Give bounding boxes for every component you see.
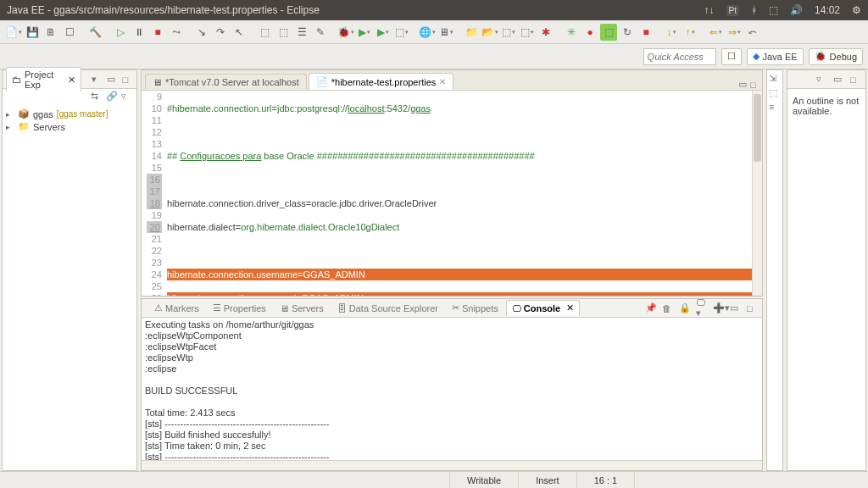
toggle-mark-occurrences-icon[interactable]: ✎ (312, 24, 329, 41)
maximize-icon[interactable]: □ (123, 75, 133, 85)
settings-gear-icon[interactable]: ⚙ (852, 4, 861, 16)
restore-icon[interactable]: ⇲ (769, 73, 781, 84)
new-server-button[interactable]: 🖥 (437, 24, 454, 41)
perspective-javaee[interactable]: ◆Java EE (747, 48, 804, 65)
taskrepo-icon[interactable]: ⬚ (769, 87, 781, 98)
close-icon[interactable]: ✕ (68, 75, 75, 86)
view-menu-icon[interactable]: ▿ (816, 74, 828, 85)
pin-icon[interactable]: ● (581, 24, 598, 41)
keyboard-layout[interactable]: Pt (726, 5, 739, 16)
save-button[interactable]: 💾 (24, 24, 41, 41)
quick-access-input[interactable] (643, 48, 716, 65)
console-pin-icon[interactable]: 📌 (645, 302, 657, 313)
tasklist-icon[interactable]: ≡ (769, 102, 781, 112)
tab-snippets[interactable]: ✂Snippets (446, 300, 504, 316)
project-tree[interactable]: ▸ 📦 ggas [ggas master] ▸ 📁 Servers (3, 104, 136, 136)
network-activity-icon[interactable]: ↑↓ (704, 4, 715, 16)
open-type-button[interactable]: 📁 (463, 24, 480, 41)
project-icon: 📦 (18, 108, 30, 119)
line-gutter: 9101112131415 1617181920 212223242526272… (142, 91, 165, 296)
console-clear-icon[interactable]: 🗑 (662, 303, 674, 313)
maximize-icon[interactable]: □ (850, 75, 862, 85)
code-area[interactable]: #hibernate.connection.url=jdbc:postgresq… (167, 91, 750, 296)
tree-node-ggas[interactable]: ▸ 📦 ggas [ggas master] (6, 108, 133, 120)
back-button[interactable]: ⇐ (707, 24, 724, 41)
console-new-icon[interactable]: ➕▾ (713, 302, 725, 313)
minimize-icon[interactable]: ▭ (738, 79, 750, 90)
tab-label: *Tomcat v7.0 Server at localhost (165, 77, 299, 87)
minimize-icon[interactable]: ▭ (730, 302, 742, 313)
tab-servers[interactable]: 🖥Servers (274, 301, 330, 316)
dashboard-icon[interactable]: ⬚ (600, 24, 617, 41)
relaunch-icon[interactable]: ↻ (619, 24, 636, 41)
console-open-icon[interactable]: 🖵▾ (696, 297, 708, 319)
bluetooth-icon[interactable]: ᚼ (751, 4, 757, 16)
editor-tab-tomcat[interactable]: 🖥 *Tomcat v7.0 Server at localhost (145, 74, 307, 90)
console-scroll-lock-icon[interactable]: 🔒 (679, 302, 691, 313)
disconnect-icon[interactable]: ⤳ (168, 24, 185, 41)
step-over-icon[interactable]: ↷ (212, 24, 229, 41)
prev-annotation-button[interactable]: ↑ (682, 24, 698, 41)
search-button[interactable]: ✱ (537, 24, 554, 41)
outline-pane: ▿ ▭ □ An outline is not available. (787, 69, 866, 471)
close-icon[interactable]: ✕ (439, 77, 446, 86)
close-icon[interactable]: ✕ (566, 302, 574, 313)
new-ws-button[interactable]: ⬚ (519, 24, 536, 41)
use-step-filters-icon[interactable]: ⬚ (275, 24, 292, 41)
maximize-icon[interactable]: □ (750, 80, 762, 90)
expand-icon[interactable]: ▸ (6, 110, 14, 119)
horizontal-scrollbar[interactable] (142, 460, 762, 470)
console-output[interactable]: Executing tasks on /home/arthur/git/ggas… (142, 318, 762, 470)
new-jpa-button[interactable]: 📂 (481, 24, 498, 41)
toggle-breadcrumb-icon[interactable]: ☰ (293, 24, 310, 41)
new-ejb-button[interactable]: ⬚ (500, 24, 517, 41)
build-button[interactable]: 🔨 (86, 24, 103, 41)
status-insert: Insert (518, 472, 576, 488)
view-menu2-icon[interactable]: ▿ (121, 91, 133, 103)
suspend-icon[interactable]: ⏸ (131, 24, 147, 41)
print-button[interactable]: ☐ (61, 24, 78, 41)
editor-body[interactable]: 9101112131415 1617181920 212223242526272… (142, 91, 762, 296)
network-icon[interactable]: ⬚ (769, 4, 778, 16)
new-button[interactable]: 📄 (5, 24, 22, 41)
tab-console[interactable]: 🖵Console✕ (506, 300, 580, 316)
run-button[interactable]: ▶ (356, 24, 373, 41)
tree-node-servers[interactable]: ▸ 📁 Servers (6, 120, 133, 133)
drop-to-frame-icon[interactable]: ⬚ (256, 24, 273, 41)
save-all-button[interactable]: 🗎 (42, 24, 59, 41)
terminate-icon[interactable]: ■ (149, 24, 166, 41)
maximize-icon[interactable]: □ (747, 303, 759, 313)
volume-icon[interactable]: 🔊 (790, 4, 803, 16)
external-tools-button[interactable]: 🌐 (419, 24, 436, 41)
debug-button[interactable]: 🐞 (337, 24, 354, 41)
minimize-icon[interactable]: ▭ (107, 74, 117, 85)
resume-icon[interactable]: ▷ (112, 24, 129, 41)
properties-file-icon: 📄 (316, 76, 328, 87)
system-tray: ↑↓ Pt ᚼ ⬚ 🔊 14:02 ⚙ (704, 4, 861, 16)
tab-data-source[interactable]: 🗄Data Source Explorer (331, 301, 444, 316)
next-annotation-button[interactable]: ↓ (663, 24, 680, 41)
collapse-all-icon[interactable]: ⇆ (91, 91, 103, 103)
coverage-button[interactable]: ⬚ (393, 24, 410, 41)
tab-markers[interactable]: ⚠Markers (148, 300, 205, 316)
toggle-ant-icon[interactable]: ✳ (563, 24, 580, 41)
link-editor-icon[interactable]: 🔗 (106, 91, 118, 103)
expand-icon[interactable]: ▸ (6, 123, 14, 131)
scrollbar-thumb[interactable] (754, 94, 761, 162)
step-return-icon[interactable]: ↖ (231, 24, 248, 41)
minimized-view-strip: ⇲ ⬚ ≡ (766, 69, 783, 471)
perspective-debug[interactable]: 🐞Debug (809, 48, 863, 65)
editor-tab-hibernate[interactable]: 📄 *hibernate-test.properties ✕ (309, 73, 454, 90)
vertical-scrollbar[interactable] (752, 91, 762, 296)
tab-properties[interactable]: ☰Properties (207, 300, 272, 316)
forward-button[interactable]: ⇒ (726, 24, 743, 41)
clock[interactable]: 14:02 (815, 4, 840, 16)
open-perspective-button[interactable]: ☐ (721, 48, 742, 65)
minimize-icon[interactable]: ▭ (833, 74, 845, 85)
stop-icon[interactable]: ■ (637, 24, 654, 41)
last-edit-icon[interactable]: ⤺ (744, 24, 761, 41)
step-into-icon[interactable]: ↘ (193, 24, 210, 41)
run-last-button[interactable]: ▶ (375, 24, 392, 41)
project-explorer-tab[interactable]: 🗀 Project Exp ✕ (6, 67, 81, 92)
view-menu-icon[interactable]: ▾ (92, 74, 102, 85)
